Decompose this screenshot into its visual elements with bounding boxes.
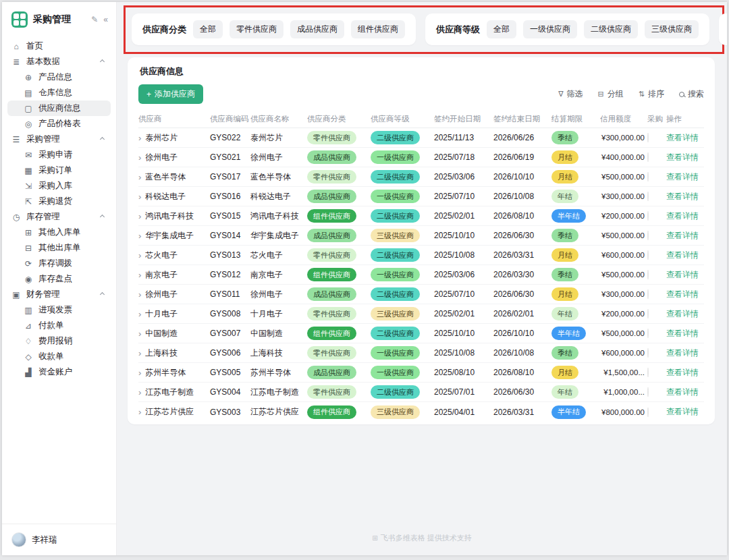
filter-chip-成品供应商[interactable]: 成品供应商 [290,20,344,38]
sidebar-item-供应商信息[interactable]: ▢供应商信息 [7,101,111,116]
sidebar-user[interactable]: 李祥瑞 [2,524,116,555]
add-supplier-button[interactable]: + 添加供应商 [138,84,203,104]
view-detail-link[interactable]: 查看详情 [666,387,699,397]
sidebar-item-产品价格表[interactable]: ◎产品价格表 [7,116,111,132]
expand-row-icon[interactable]: › [138,270,141,280]
column-header-供应商分类[interactable]: 供应商分类 [307,114,371,124]
expand-row-icon[interactable]: › [138,368,141,378]
expand-row-icon[interactable]: › [138,309,141,319]
contract-start-date: 2025/02/01 [434,309,493,318]
expand-row-icon[interactable]: › [138,133,141,143]
expand-row-icon[interactable]: › [138,348,141,358]
tool-筛选[interactable]: ∇筛选 [558,88,583,100]
expand-row-icon[interactable]: › [138,172,141,182]
filter-chip-全部[interactable]: 全部 [193,20,223,38]
view-detail-link[interactable]: 查看详情 [666,329,699,338]
purchaser-avatar[interactable] [647,231,649,240]
view-detail-link[interactable]: 查看详情 [666,231,699,240]
sidebar-item-首页[interactable]: ⌂首页 [7,38,111,54]
tool-排序[interactable]: ⇅排序 [639,88,664,100]
filter-chip-全部[interactable]: 全部 [487,20,516,38]
filter-chip-组件供应商[interactable]: 组件供应商 [351,20,405,38]
sidebar-item-采购申请[interactable]: ✉采购申请 [7,147,111,163]
sidebar-item-库存管理[interactable]: ◷库存管理 [7,209,111,225]
column-header-采购[interactable]: 采购 [647,114,666,124]
column-header-结算期限[interactable]: 结算期限 [551,114,600,124]
column-header-供应商名称[interactable]: 供应商名称 [250,114,307,124]
view-detail-link[interactable]: 查看详情 [666,368,699,377]
filter-chip-三级供应商[interactable]: 三级供应商 [645,20,699,38]
filter-chip-零件供应商[interactable]: 零件供应商 [230,20,284,38]
sidebar-item-其他入库单[interactable]: ⊞其他入库单 [7,225,111,240]
column-header-供应商[interactable]: 供应商 [138,114,210,124]
tool-搜索[interactable]: 搜索 [679,88,704,100]
view-detail-link[interactable]: 查看详情 [666,192,699,201]
sidebar-item-仓库信息[interactable]: ▤仓库信息 [7,85,111,101]
expand-row-icon[interactable]: › [138,289,141,300]
sidebar-item-收款单[interactable]: ◇收款单 [7,349,111,364]
view-detail-link[interactable]: 查看详情 [666,309,699,318]
view-detail-link[interactable]: 查看详情 [666,211,699,221]
column-header-签约结束日期[interactable]: 签约结束日期 [493,114,551,124]
view-detail-link[interactable]: 查看详情 [666,348,699,358]
sidebar-item-基本数据[interactable]: ≣基本数据 [7,54,111,69]
sidebar-item-采购入库[interactable]: ⇲采购入库 [7,178,111,194]
expand-row-icon[interactable]: › [138,211,141,221]
view-detail-link[interactable]: 查看详情 [666,133,699,142]
purchaser-avatar[interactable] [647,211,649,221]
expand-row-icon[interactable]: › [138,329,141,339]
purchaser-avatar[interactable] [647,368,649,377]
purchaser-avatar[interactable] [647,270,649,279]
filter-chip-二级供应商[interactable]: 二级供应商 [584,20,638,38]
view-detail-link[interactable]: 查看详情 [666,407,699,416]
edit-icon[interactable]: ✎ [91,15,98,24]
purchaser-avatar[interactable] [647,329,649,338]
sidebar-item-资金账户[interactable]: ▟资金账户 [7,364,111,380]
collapse-sidebar-icon[interactable]: « [103,15,108,24]
sidebar-item-产品信息[interactable]: ⊕产品信息 [7,69,111,85]
view-detail-link[interactable]: 查看详情 [666,172,699,181]
expand-row-icon[interactable]: › [138,250,141,260]
expand-row-icon[interactable]: › [138,152,141,163]
filter-chip-一级供应商[interactable]: 一级供应商 [523,20,577,38]
purchaser-avatar[interactable] [647,348,649,358]
sidebar-item-label: 其他入库单 [38,227,107,238]
purchaser-avatar[interactable] [647,133,649,142]
sidebar-item-库存盘点[interactable]: ◉库存盘点 [7,271,111,287]
sidebar-item-费用报销[interactable]: ♢费用报销 [7,333,111,349]
expand-row-icon[interactable]: › [138,387,141,397]
purchaser-avatar[interactable] [647,250,649,260]
purchaser-avatar[interactable] [647,172,649,181]
view-detail-link[interactable]: 查看详情 [666,152,699,162]
tool-分组[interactable]: ⊟分组 [598,88,624,100]
column-header-操作[interactable]: 操作 [666,114,704,124]
supplier-code: GYS005 [210,368,250,377]
sidebar-item-采购管理[interactable]: ☰采购管理 [7,132,111,147]
sidebar-item-付款单[interactable]: ⊿付款单 [7,318,111,333]
filter-icon: ∇ [558,90,563,99]
expand-row-icon[interactable]: › [138,407,141,417]
expand-row-icon[interactable]: › [138,231,141,241]
expand-row-icon[interactable]: › [138,192,141,202]
filter-group-供应商税种: 供应商税种全部增值税专用发票增值税普通发票 [719,13,727,45]
sidebar-item-库存调拨[interactable]: ⟳库存调拨 [7,256,111,271]
view-detail-link[interactable]: 查看详情 [666,270,699,279]
view-detail-link[interactable]: 查看详情 [666,289,699,299]
purchaser-avatar[interactable] [647,289,649,299]
sidebar-item-采购订单[interactable]: ▦采购订单 [7,163,111,178]
sidebar-item-进项发票[interactable]: ▥进项发票 [7,302,111,318]
column-header-签约开始日期[interactable]: 签约开始日期 [434,114,493,124]
purchaser-avatar[interactable] [647,152,649,162]
sidebar-item-采购退货[interactable]: ⇱采购退货 [7,194,111,209]
sidebar-item-其他出库单[interactable]: ⊟其他出库单 [7,240,111,256]
column-header-信用额度[interactable]: 信用额度 [600,114,647,124]
settlement-cell: 月结 [551,366,600,379]
sidebar-item-财务管理[interactable]: ▣财务管理 [7,287,111,302]
purchaser-avatar[interactable] [647,387,649,397]
column-header-供应商等级[interactable]: 供应商等级 [371,114,434,124]
column-header-供应商编码[interactable]: 供应商编码 [210,114,250,124]
purchaser-avatar[interactable] [647,408,649,417]
purchaser-avatar[interactable] [647,192,649,201]
view-detail-link[interactable]: 查看详情 [666,250,699,260]
purchaser-avatar[interactable] [647,309,649,318]
